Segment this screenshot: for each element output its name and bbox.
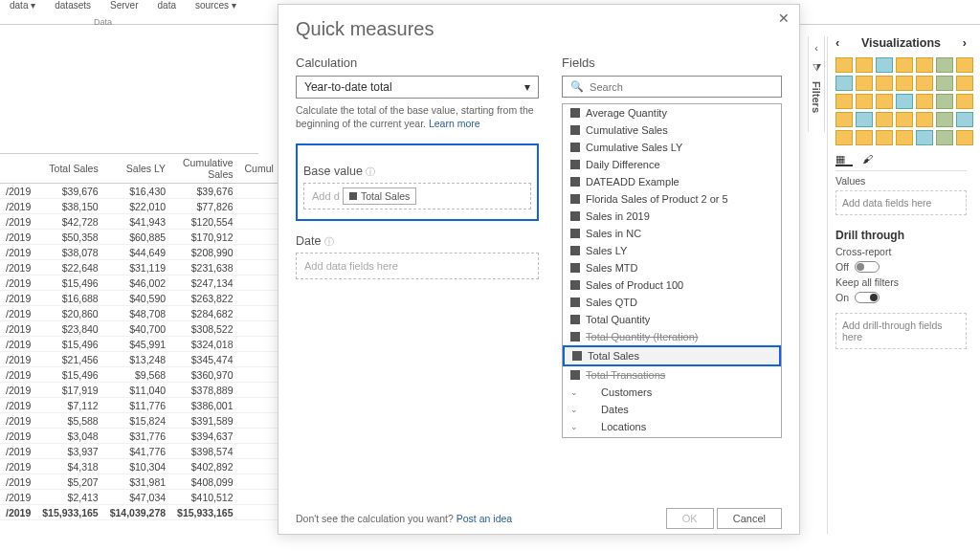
table-row[interactable]: /2019$4,318$10,304$402,892 bbox=[0, 459, 279, 474]
col-header[interactable] bbox=[0, 154, 36, 184]
field-measure[interactable]: Sales MTD bbox=[563, 259, 781, 276]
date-dropzone[interactable]: Add data fields here bbox=[296, 253, 539, 279]
table-row[interactable]: /2019$7,112$11,776$386,001 bbox=[0, 398, 279, 413]
col-header[interactable]: Sales LY bbox=[104, 154, 171, 184]
vis-type-icon[interactable] bbox=[936, 94, 953, 109]
vis-type-icon[interactable] bbox=[876, 76, 893, 91]
fields-list[interactable]: Average QuantityCumulative SalesCumulati… bbox=[562, 103, 782, 438]
field-measure[interactable]: Total Quantity (Iteration) bbox=[563, 328, 781, 345]
field-table[interactable]: ⌄Dates bbox=[563, 401, 781, 418]
ribbon-data[interactable]: data bbox=[158, 0, 176, 11]
vis-type-icon[interactable] bbox=[856, 76, 873, 91]
vis-type-icon[interactable] bbox=[956, 112, 973, 127]
chevron-left-icon[interactable]: ‹ bbox=[835, 36, 839, 50]
drag-chip-total-sales[interactable]: Total Sales bbox=[343, 187, 416, 205]
vis-type-icon[interactable] bbox=[856, 130, 873, 145]
filters-pane-collapsed[interactable]: ‹ ⧩ Filters bbox=[808, 36, 825, 132]
values-dropzone[interactable]: Add data fields here bbox=[835, 190, 967, 215]
vis-type-icon[interactable] bbox=[876, 130, 893, 145]
cross-report-toggle[interactable] bbox=[855, 261, 880, 273]
vis-type-icon[interactable] bbox=[835, 76, 853, 91]
ok-button[interactable]: OK bbox=[666, 508, 714, 529]
table-row[interactable]: /2019$3,937$41,776$398,574 bbox=[0, 444, 279, 459]
ribbon-datasets[interactable]: datasets bbox=[55, 0, 91, 11]
field-table[interactable]: ⌄Customers bbox=[563, 384, 781, 401]
chevron-right-icon[interactable]: › bbox=[963, 36, 967, 50]
fields-search[interactable]: 🔍 Search bbox=[562, 76, 782, 98]
ribbon-server[interactable]: Server bbox=[110, 0, 138, 11]
field-measure[interactable]: Cumulative Sales LY bbox=[563, 139, 781, 156]
vis-type-icon[interactable] bbox=[956, 94, 973, 109]
vis-type-icon[interactable] bbox=[916, 57, 933, 73]
table-row[interactable]: /2019$15,496$45,991$324,018 bbox=[0, 337, 279, 352]
vis-type-icon[interactable] bbox=[856, 57, 873, 73]
table-row[interactable]: /2019$3,048$31,776$394,637 bbox=[0, 429, 279, 444]
table-row[interactable]: /2019$21,456$13,248$345,474 bbox=[0, 352, 279, 367]
base-value-dropzone[interactable]: Add d Total Sales bbox=[303, 183, 531, 209]
vis-type-icon[interactable] bbox=[936, 76, 953, 91]
format-tab-icon[interactable]: 🖌 bbox=[862, 153, 880, 166]
post-idea-link[interactable]: Post an idea bbox=[457, 513, 512, 524]
vis-type-icon[interactable] bbox=[835, 130, 853, 145]
vis-type-icon[interactable] bbox=[876, 57, 893, 73]
field-measure[interactable]: Cumulative Sales bbox=[563, 121, 781, 139]
cancel-button[interactable]: Cancel bbox=[717, 508, 782, 529]
vis-type-icon[interactable] bbox=[835, 112, 853, 127]
vis-type-icon[interactable] bbox=[835, 94, 853, 109]
vis-type-icon[interactable] bbox=[896, 94, 913, 109]
learn-more-link[interactable]: Learn more bbox=[429, 118, 480, 129]
vis-type-icon[interactable] bbox=[956, 57, 973, 73]
table-row[interactable]: /2019$23,840$40,700$308,522 bbox=[0, 321, 279, 337]
fields-tab-icon[interactable]: ▦ bbox=[835, 153, 853, 166]
field-measure[interactable]: Sales in NC bbox=[563, 225, 781, 242]
field-measure[interactable]: Sales of Product 100 bbox=[563, 276, 781, 294]
col-header[interactable]: Cumul bbox=[239, 154, 279, 184]
vis-type-icon[interactable] bbox=[856, 112, 873, 127]
table-row[interactable]: /2019$50,358$60,885$170,912 bbox=[0, 230, 279, 245]
vis-type-icon[interactable] bbox=[936, 57, 953, 73]
table-row[interactable]: /2019$17,919$11,040$378,889 bbox=[0, 383, 279, 398]
table-row[interactable]: /2019$38,078$44,649$208,990 bbox=[0, 245, 279, 260]
keep-filters-toggle[interactable] bbox=[855, 292, 880, 303]
table-row[interactable]: /2019$20,860$48,708$284,682 bbox=[0, 306, 279, 321]
vis-type-icon[interactable] bbox=[896, 76, 913, 91]
vis-type-icon[interactable] bbox=[876, 94, 893, 109]
vis-type-icon[interactable] bbox=[956, 76, 973, 91]
ribbon-get-data[interactable]: data ▾ bbox=[10, 0, 35, 11]
field-table[interactable]: ⌄Locations bbox=[563, 418, 781, 435]
vis-type-icon[interactable] bbox=[916, 94, 933, 109]
vis-type-icon[interactable] bbox=[896, 112, 913, 127]
field-measure[interactable]: DATEADD Example bbox=[563, 173, 781, 190]
vis-type-icon[interactable] bbox=[916, 76, 933, 91]
vis-type-icon[interactable] bbox=[936, 112, 953, 127]
table-row[interactable]: /2019$15,496$9,568$360,970 bbox=[0, 367, 279, 383]
vis-type-icon[interactable] bbox=[876, 112, 893, 127]
field-table[interactable]: ⌄Products bbox=[563, 435, 781, 438]
col-header[interactable]: Total Sales bbox=[36, 154, 103, 184]
calculation-dropdown[interactable]: Year-to-date total ▾ bbox=[296, 76, 539, 99]
ribbon-sources[interactable]: sources ▾ bbox=[195, 0, 236, 11]
col-header[interactable]: Cumulative Sales bbox=[171, 154, 238, 184]
field-measure[interactable]: Sales LY bbox=[563, 242, 781, 259]
vis-type-icon[interactable] bbox=[835, 57, 853, 73]
table-row[interactable]: /2019$16,688$40,590$263,822 bbox=[0, 291, 279, 306]
table-row[interactable]: /2019$2,413$47,034$410,512 bbox=[0, 490, 279, 505]
field-measure[interactable]: Average Quantity bbox=[563, 104, 781, 121]
field-measure[interactable]: Total Transations bbox=[563, 366, 781, 384]
table-row[interactable]: /2019$38,150$22,010$77,826 bbox=[0, 199, 279, 214]
field-measure[interactable]: Total Quantity bbox=[563, 311, 781, 328]
vis-type-icon[interactable] bbox=[916, 130, 933, 145]
table-row[interactable]: /2019$22,648$31,119$231,638 bbox=[0, 260, 279, 276]
close-icon[interactable]: ✕ bbox=[778, 11, 790, 26]
drill-through-dropzone[interactable]: Add drill-through fields here bbox=[835, 313, 967, 349]
field-measure[interactable]: Sales QTD bbox=[563, 294, 781, 311]
table-row[interactable]: /2019$42,728$41,943$120,554 bbox=[0, 214, 279, 230]
vis-type-icon[interactable] bbox=[956, 130, 973, 145]
table-row[interactable]: /2019$39,676$16,430$39,676 bbox=[0, 184, 279, 199]
field-measure[interactable]: Florida Sales of Product 2 or 5 bbox=[563, 190, 781, 208]
vis-type-icon[interactable] bbox=[936, 130, 953, 145]
vis-type-icon[interactable] bbox=[916, 112, 933, 127]
vis-type-icon[interactable] bbox=[896, 57, 913, 73]
vis-type-icon[interactable] bbox=[856, 94, 873, 109]
table-row[interactable]: /2019$5,588$15,824$391,589 bbox=[0, 413, 279, 429]
